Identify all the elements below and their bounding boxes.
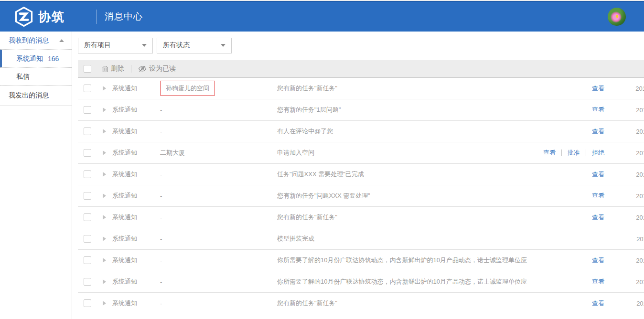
view-link[interactable]: 查看 — [592, 277, 604, 286]
row-actions: 查看 — [532, 213, 604, 222]
message-row: 系统通知 - 您有新的任务"新任务" 查看 2017-11-11 17:09:0… — [78, 293, 644, 314]
message-timestamp: 2017-11-11 17:09:01 — [604, 300, 644, 307]
user-avatar[interactable] — [608, 8, 626, 26]
message-type: 系统通知 — [112, 277, 160, 286]
project-name: - — [160, 171, 277, 178]
message-row: 系统通知 孙狗蛋儿的空间 您有新的任务"新任务" 查看 2017-12-01 1… — [78, 78, 644, 99]
project-name: - — [160, 300, 277, 307]
collapse-arrow-icon — [59, 39, 64, 42]
view-link[interactable]: 查看 — [592, 127, 604, 136]
row-checkbox[interactable] — [84, 256, 91, 264]
message-row: 系统通知 - 您有新的任务"1层问题" 查看 2017-11-30 15:33:… — [78, 99, 644, 121]
delete-label: 删除 — [111, 64, 124, 73]
row-checkbox[interactable] — [84, 278, 91, 286]
message-text: 您有新的任务"新任务" — [277, 299, 532, 308]
chevron-down-icon — [221, 44, 225, 47]
row-actions: 查看 — [532, 256, 604, 265]
message-type: 系统通知 — [112, 234, 160, 243]
expand-caret-icon[interactable] — [103, 193, 106, 198]
list-toolbar: 删除 设为已读 时间 — [78, 60, 644, 78]
project-name: - — [160, 106, 277, 114]
view-link[interactable]: 查看 — [592, 299, 604, 308]
message-timestamp: 2017-11-17 15:46:49 — [604, 214, 644, 221]
message-text: 申请加入空间 — [277, 149, 532, 157]
row-checkbox[interactable] — [84, 299, 91, 307]
trash-icon — [102, 65, 108, 73]
reject-link[interactable]: 拒绝 — [592, 149, 604, 157]
mark-read-button[interactable]: 设为已读 — [138, 64, 176, 73]
view-link[interactable]: 查看 — [592, 213, 604, 222]
message-text: 你所需要了解的10月份广联达协筑动态，内含新鲜出炉的10月产品动态，诺士诚监理单… — [277, 256, 532, 265]
sidebar-item-sent-messages[interactable]: 我发出的消息 — [0, 85, 72, 106]
expand-caret-icon[interactable] — [103, 301, 106, 306]
project-name: 二期大厦 — [160, 149, 277, 157]
expand-caret-icon[interactable] — [103, 107, 106, 112]
expand-caret-icon[interactable] — [103, 172, 106, 177]
main-content: 所有项目 所有状态 ＋ 发私信 删除 — [72, 32, 644, 319]
row-checkbox[interactable] — [84, 85, 91, 92]
project-name: - — [160, 257, 277, 264]
row-checkbox[interactable] — [84, 106, 91, 114]
select-all-checkbox[interactable] — [84, 65, 91, 73]
message-timestamp: 2017-11-16 11:58:39 — [604, 235, 644, 243]
row-actions: 查看 — [532, 299, 604, 308]
project-name: - — [160, 278, 277, 286]
message-text: 模型拼装完成 — [277, 234, 532, 243]
row-checkbox[interactable] — [84, 192, 91, 200]
view-link[interactable]: 查看 — [592, 191, 604, 200]
approve-link[interactable]: 批准 — [568, 149, 580, 157]
expand-caret-icon[interactable] — [103, 150, 106, 155]
message-type: 系统通知 — [112, 149, 160, 157]
message-text: 您有新的任务"1层问题" — [277, 106, 532, 114]
message-row: 系统通知 - 模型拼装完成 2017-11-16 11:58:39 — [78, 228, 644, 250]
message-text: 您有新的任务"新任务" — [277, 213, 532, 222]
expand-caret-icon[interactable] — [103, 86, 106, 91]
view-link[interactable]: 查看 — [592, 106, 604, 114]
sidebar-item-private-message[interactable]: 私信 — [0, 68, 72, 86]
sidebar-item-system-notice[interactable]: 系统通知 166 — [0, 50, 72, 68]
message-row: 系统通知 - 您有新的任务"新任务" 查看 2017-11-17 15:46:4… — [78, 207, 644, 228]
expand-caret-icon[interactable] — [103, 215, 106, 220]
message-timestamp: 2017-12-01 17:34:20 — [604, 85, 644, 92]
row-actions: 查看批准拒绝 — [532, 149, 604, 157]
action-divider — [586, 149, 586, 156]
view-link[interactable]: 查看 — [592, 170, 604, 179]
sidebar-group-received[interactable]: 我收到的消息 — [0, 32, 72, 50]
expand-caret-icon[interactable] — [103, 279, 106, 284]
row-checkbox[interactable] — [84, 149, 91, 157]
system-notice-count: 166 — [48, 55, 59, 63]
hexagon-logo-icon — [13, 6, 34, 27]
row-checkbox[interactable] — [84, 128, 91, 135]
row-checkbox[interactable] — [84, 213, 91, 221]
status-filter-select[interactable]: 所有状态 — [157, 38, 232, 53]
expand-caret-icon[interactable] — [103, 236, 106, 241]
private-message-label: 私信 — [16, 73, 30, 81]
eye-slash-icon — [138, 65, 147, 72]
mark-read-label: 设为已读 — [149, 64, 176, 73]
message-type: 系统通知 — [112, 256, 160, 265]
message-type: 系统通知 — [112, 191, 160, 200]
project-name: - — [160, 192, 277, 200]
row-actions: 查看 — [532, 84, 604, 93]
delete-button[interactable]: 删除 — [102, 64, 124, 73]
message-row: 系统通知 - 你所需要了解的10月份广联达协筑动态，内含新鲜出炉的10月产品动态… — [78, 250, 644, 271]
view-link[interactable]: 查看 — [592, 256, 604, 265]
view-link[interactable]: 查看 — [592, 84, 604, 93]
message-type: 系统通知 — [112, 127, 160, 136]
row-checkbox[interactable] — [84, 235, 91, 243]
message-row: 系统通知 二期大厦 申请加入空间 查看批准拒绝 2017-11-30 14:23… — [78, 142, 644, 164]
expand-caret-icon[interactable] — [103, 129, 106, 134]
project-name: - — [160, 128, 277, 135]
toolbar-divider — [131, 65, 131, 73]
message-type: 系统通知 — [112, 170, 160, 179]
row-actions: 查看 — [532, 127, 604, 136]
expand-caret-icon[interactable] — [103, 258, 106, 263]
title-divider — [97, 10, 97, 24]
message-text: 有人在评论中@了您 — [277, 127, 532, 136]
row-checkbox[interactable] — [84, 170, 91, 178]
view-link[interactable]: 查看 — [543, 149, 556, 157]
app-logo[interactable]: 协筑 — [13, 6, 65, 27]
message-row: 系统通知 - 任务"问题XXX 需要处理"已完成 查看 2017-11-23 1… — [78, 164, 644, 185]
project-filter-select[interactable]: 所有项目 — [78, 38, 153, 53]
message-text: 你所需要了解的10月份广联达协筑动态，内含新鲜出炉的10月产品动态，诺士诚监理单… — [277, 277, 532, 286]
